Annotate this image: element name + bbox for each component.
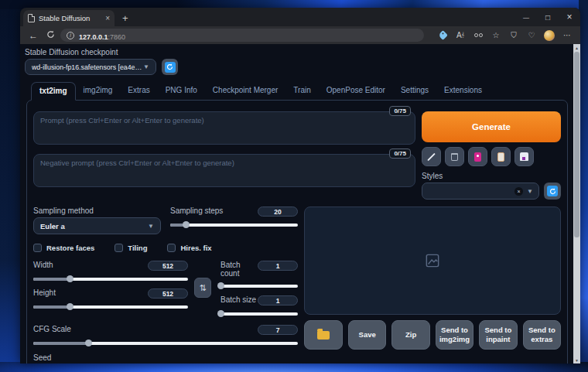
restore-faces-checkbox[interactable]: Restore faces	[33, 244, 94, 252]
tab-close-icon[interactable]: ×	[105, 14, 110, 22]
slider-handle[interactable]	[217, 310, 224, 317]
collections-icon[interactable]: ⛉	[508, 30, 519, 41]
refresh-icon[interactable]	[43, 30, 57, 41]
negative-prompt-placeholder: Negative prompt (press Ctrl+Enter or Alt…	[40, 159, 409, 167]
browser-tab[interactable]: Stable Diffusion ×	[23, 10, 115, 26]
tab-settings[interactable]: Settings	[393, 82, 436, 101]
shopping-tag-icon[interactable]	[437, 30, 448, 41]
prompt-tool-row	[422, 147, 561, 166]
scroll-down-icon[interactable]: ▼	[573, 357, 580, 363]
window-controls: — □ ×	[515, 8, 580, 26]
close-button[interactable]: ×	[559, 8, 580, 26]
checkpoint-refresh-button[interactable]	[162, 59, 178, 75]
cfg-scale-slider[interactable]	[33, 342, 298, 345]
tab-checkpoint-merger[interactable]: Checkpoint Merger	[205, 82, 285, 101]
styles-refresh-button[interactable]	[544, 183, 561, 200]
scrollbar-thumb[interactable]	[574, 52, 579, 237]
slider-handle[interactable]	[85, 340, 92, 346]
styles-clear-icon[interactable]: ×	[514, 187, 523, 196]
output-column: Save Zip Send to img2img Send to inpaint…	[304, 206, 561, 363]
negative-prompt-token-counter: 0/75	[389, 148, 411, 159]
tab-img2img[interactable]: img2img	[76, 82, 121, 101]
settings-column: Sampling method Euler a ▼ Sampling steps…	[33, 206, 298, 363]
back-icon[interactable]: ←	[26, 30, 40, 41]
tab-png-info[interactable]: PNG Info	[158, 82, 205, 101]
checkpoint-dropdown[interactable]: wd-illusion-fp16.safetensors [ea4e0d6b79…	[25, 59, 156, 75]
height-value[interactable]: 512	[148, 288, 188, 299]
apply-styles-button[interactable]	[491, 147, 511, 166]
more-menu-icon[interactable]: ⋯	[562, 30, 573, 41]
minimize-button[interactable]: —	[515, 8, 537, 26]
chevron-down-icon: ▼	[148, 223, 154, 230]
site-info-icon[interactable]: i	[67, 32, 74, 39]
slider-handle[interactable]	[67, 303, 74, 310]
height-slider[interactable]	[33, 305, 188, 309]
send-to-inpaint-button[interactable]: Send to inpaint	[479, 320, 517, 350]
gallery-button-row: Save Zip Send to img2img Send to inpaint…	[304, 320, 561, 350]
browser-toolbar: ← i 127.0.0.1:7860 A𝄞 ☆ ⛉ ♡ ⋯	[20, 26, 580, 44]
scroll-up-icon[interactable]: ▲	[573, 44, 580, 51]
batch-count-value[interactable]: 1	[258, 261, 298, 271]
tab-train[interactable]: Train	[285, 82, 318, 101]
styles-dropdown[interactable]: × ▼	[422, 183, 539, 200]
new-tab-button[interactable]: +	[122, 12, 128, 24]
sampling-steps-value[interactable]: 20	[258, 206, 298, 217]
cfg-scale-value[interactable]: 7	[258, 325, 298, 335]
width-slider[interactable]	[33, 278, 188, 281]
send-to-img2img-button[interactable]: Send to img2img	[436, 320, 473, 350]
send-to-extras-button[interactable]: Send to extras	[523, 320, 561, 350]
slider-handle[interactable]	[183, 221, 190, 228]
height-label: Height	[33, 288, 56, 297]
page-scrollbar[interactable]: ▲ ▼	[573, 44, 580, 363]
save-style-button[interactable]	[514, 147, 534, 166]
negative-prompt-textarea[interactable]: 0/75 Negative prompt (press Ctrl+Enter o…	[33, 154, 415, 187]
immersive-reader-icon[interactable]	[473, 30, 484, 41]
tab-openpose-editor[interactable]: OpenPose Editor	[319, 82, 393, 101]
checkpoint-label: Stable Diffusion checkpoint	[25, 48, 580, 56]
trash-icon	[451, 153, 458, 161]
browser-essentials-icon[interactable]: ♡	[526, 30, 537, 41]
prompt-textarea[interactable]: 0/75 Prompt (press Ctrl+Enter or Alt+Ent…	[33, 111, 415, 145]
image-placeholder-icon	[426, 254, 439, 268]
batch-size-value[interactable]: 1	[258, 295, 298, 305]
open-folder-button[interactable]	[304, 320, 343, 350]
tiling-checkbox[interactable]: Tiling	[115, 244, 147, 252]
paste-params-button[interactable]	[422, 147, 441, 166]
output-gallery[interactable]	[304, 206, 561, 315]
tab-extras[interactable]: Extras	[120, 82, 157, 101]
prompt-placeholder: Prompt (press Ctrl+Enter or Alt+Enter to…	[40, 116, 409, 125]
zip-button[interactable]: Zip	[391, 320, 429, 350]
extra-networks-button[interactable]	[468, 147, 487, 166]
slider-handle[interactable]	[217, 282, 224, 289]
tab-extensions[interactable]: Extensions	[436, 82, 490, 101]
batch-count-label: Batch count	[220, 261, 258, 278]
profile-avatar[interactable]	[544, 30, 555, 41]
clear-prompt-button[interactable]	[445, 147, 464, 166]
sampling-method-value: Euler a	[40, 222, 65, 230]
folder-icon	[317, 331, 330, 340]
url-port: :7860	[108, 33, 126, 41]
slider-handle[interactable]	[67, 275, 74, 282]
batch-size-slider[interactable]	[220, 312, 298, 316]
maximize-button[interactable]: □	[537, 8, 559, 26]
save-button[interactable]: Save	[348, 320, 386, 350]
url-host: 127.0.0.1	[79, 33, 108, 41]
chevron-down-icon: ▼	[527, 188, 533, 195]
browser-window: Stable Diffusion × + — □ × ← i 127.0.0.1…	[20, 8, 580, 363]
swap-dimensions-button[interactable]: ⇅	[194, 278, 211, 298]
address-bar[interactable]: i 127.0.0.1:7860	[60, 29, 424, 42]
favorites-add-icon[interactable]: ☆	[491, 30, 501, 41]
cfg-scale-label: CFG Scale	[33, 325, 71, 333]
txt2img-panel: 0/75 Prompt (press Ctrl+Enter or Alt+Ent…	[26, 100, 568, 363]
sampling-method-dropdown[interactable]: Euler a ▼	[33, 217, 161, 234]
generate-button[interactable]: Generate	[422, 111, 561, 142]
tab-txt2img[interactable]: txt2img	[31, 82, 76, 101]
read-aloud-icon[interactable]: A𝄞	[455, 30, 466, 41]
sampling-steps-label: Sampling steps	[170, 206, 223, 215]
sampling-steps-slider[interactable]	[170, 224, 298, 227]
refresh-icon	[547, 186, 558, 196]
width-value[interactable]: 512	[148, 261, 188, 271]
hires-fix-checkbox[interactable]: Hires. fix	[167, 244, 211, 252]
browser-tab-title: Stable Diffusion	[39, 14, 101, 22]
batch-count-slider[interactable]	[220, 285, 298, 288]
